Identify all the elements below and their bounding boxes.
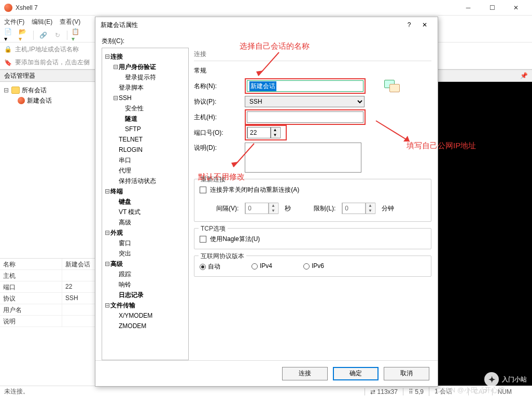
cat-prompt[interactable]: 登录提示符: [125, 73, 156, 82]
host-highlight: [245, 109, 366, 125]
table-row: 说明: [0, 316, 108, 327]
cat-trace[interactable]: 跟踪: [119, 270, 131, 279]
spin-down-icon[interactable]: ▼: [271, 133, 279, 138]
tree-new-session[interactable]: 新建会话: [3, 95, 105, 106]
cat-sftp[interactable]: SFTP: [125, 125, 141, 133]
port-input[interactable]: [247, 127, 271, 138]
new-session-icon[interactable]: 📄▾: [4, 30, 15, 40]
cat-filetransfer[interactable]: 文件传输: [110, 301, 135, 310]
session-panel: ⊟ 所有会话 新建会话 名称新建会话 主机 端口22 协议SSH 用户名 说明: [0, 82, 109, 386]
help-button[interactable]: ?: [401, 17, 417, 33]
menu-edit[interactable]: 编辑(E): [32, 18, 52, 26]
connect-button[interactable]: 连接: [282, 367, 328, 380]
limit-label: 限制(L):: [314, 204, 335, 213]
table-row: 协议SSH: [0, 293, 108, 304]
name-value: 新建会话: [249, 81, 276, 91]
cat-rlogin[interactable]: RLOGIN: [119, 146, 143, 153]
new-session-dialog: 新建会话属性 ? ✕ 类别(C): ⊟连接 ⊟用户身份验证 登录提示符 登录脚本…: [95, 17, 438, 387]
category-tree[interactable]: ⊟连接 ⊟用户身份验证 登录提示符 登录脚本 ⊟SSH 安全性 隧道 SFTP …: [102, 48, 189, 360]
close-button[interactable]: ✕: [504, 0, 528, 16]
cat-serial[interactable]: 串口: [119, 156, 131, 165]
name-input[interactable]: 新建会话: [247, 80, 363, 92]
cat-tunnel[interactable]: 隧道: [125, 115, 137, 123]
menu-view[interactable]: 查看(V): [60, 18, 80, 26]
menu-file[interactable]: 文件(F): [4, 18, 24, 26]
monitors-icon: [384, 80, 400, 92]
ipver-group: 互联网协议版本 自动 IPv4 IPv6: [194, 256, 431, 277]
open-folder-icon[interactable]: 📂▾: [19, 30, 29, 40]
cat-proxy[interactable]: 代理: [119, 166, 131, 175]
session-icon: [18, 97, 25, 104]
cat-window[interactable]: 窗口: [119, 239, 131, 248]
limit-spinner[interactable]: ▲▼: [342, 203, 375, 214]
pin-icon[interactable]: 📌: [520, 72, 528, 79]
protocol-select[interactable]: SSH: [245, 96, 365, 107]
interval-spinner[interactable]: ▲▼: [245, 203, 278, 214]
cat-connection[interactable]: 连接: [110, 52, 123, 61]
collapse-icon[interactable]: ⊟: [3, 87, 9, 94]
name-label: 名称(N):: [194, 82, 241, 91]
nagle-checkbox[interactable]: [200, 236, 206, 243]
limit-input[interactable]: [342, 203, 366, 214]
watermark-2: CSDN @小田『开心馆』: [436, 386, 511, 395]
annotation-3: 默认不用修改: [198, 172, 245, 182]
port-spinner[interactable]: ▲▼: [247, 127, 281, 138]
minimize-button[interactable]: ─: [456, 0, 480, 16]
desc-input[interactable]: [245, 143, 361, 173]
status-pos: ⠿ 5,9: [403, 388, 429, 395]
address-tip: 要添加当前会话，点击左侧: [15, 58, 90, 67]
ipver-group-label: 互联网协议版本: [199, 252, 246, 261]
annotation-1: 选择自己会话的名称: [240, 41, 310, 51]
host-input[interactable]: [247, 111, 363, 123]
dialog-form: 连接 常规 名称(N): 新建会话 协议(P): SSH: [194, 48, 431, 360]
reconnect-icon[interactable]: ↻: [52, 30, 63, 40]
radio-auto[interactable]: [200, 264, 206, 270]
cat-terminal[interactable]: 终端: [110, 187, 123, 196]
property-table: 名称新建会话 主机 端口22 协议SSH 用户名 说明: [0, 258, 108, 327]
cat-auth[interactable]: 用户身份验证: [119, 63, 156, 72]
radio-ipv6[interactable]: [303, 263, 310, 270]
link-icon[interactable]: 🔗: [38, 30, 48, 40]
cat-advanced2[interactable]: 高级: [110, 260, 123, 268]
tree-all-label: 所有会话: [22, 86, 47, 95]
wechat-icon: ✦: [484, 372, 499, 387]
protocol-label: 协议(P):: [194, 97, 241, 106]
status-size: ⇄ 113x37: [365, 388, 403, 395]
maximize-button[interactable]: ☐: [480, 0, 504, 16]
radio-ipv4[interactable]: [251, 263, 258, 270]
general-label: 常规: [194, 66, 431, 75]
dialog-close-button[interactable]: ✕: [417, 17, 432, 33]
session-tree[interactable]: ⊟ 所有会话 新建会话: [0, 82, 108, 258]
address-placeholder[interactable]: 主机,IP地址或会话名称: [15, 45, 79, 54]
dialog-buttons: 连接 确定 取消: [95, 360, 438, 386]
cat-ssh[interactable]: SSH: [119, 94, 132, 102]
cat-vt[interactable]: VT 模式: [119, 208, 141, 217]
titlebar: Xshell 7 ─ ☐ ✕: [0, 0, 532, 16]
port-highlight: ▲▼: [245, 125, 287, 140]
dialog-title: 新建会话属性: [101, 21, 401, 30]
spin-up-icon[interactable]: ▲: [271, 127, 279, 133]
cat-advanced[interactable]: 高级: [119, 218, 131, 227]
cancel-button[interactable]: 取消: [384, 367, 429, 380]
sec-label: 秒: [285, 204, 291, 213]
cat-log[interactable]: 日志记录: [119, 291, 144, 300]
cat-security[interactable]: 安全性: [125, 104, 144, 113]
tree-all-sessions[interactable]: ⊟ 所有会话: [3, 85, 105, 95]
properties-icon[interactable]: 📋▾: [72, 30, 82, 40]
app-title: Xshell 7: [16, 4, 456, 11]
table-row: 主机: [0, 270, 108, 281]
cat-appearance[interactable]: 外观: [110, 229, 123, 237]
interval-input[interactable]: [245, 203, 269, 214]
cat-zmodem[interactable]: ZMODEM: [119, 322, 146, 330]
reconnect-checkbox[interactable]: [200, 187, 206, 193]
cat-highlight[interactable]: 突出: [119, 249, 131, 258]
cat-telnet[interactable]: TELNET: [119, 136, 143, 143]
reconnect-cb-label: 连接异常关闭时自动重新连接(A): [210, 186, 299, 193]
cat-bell[interactable]: 响铃: [119, 280, 131, 289]
cat-script[interactable]: 登录脚本: [119, 83, 144, 92]
ok-button[interactable]: 确定: [333, 367, 379, 380]
cat-xymodem[interactable]: X/YMODEM: [119, 312, 152, 319]
cat-keepalive[interactable]: 保持活动状态: [119, 177, 156, 186]
cat-keyboard[interactable]: 键盘: [119, 197, 131, 206]
table-row: 端口22: [0, 281, 108, 293]
